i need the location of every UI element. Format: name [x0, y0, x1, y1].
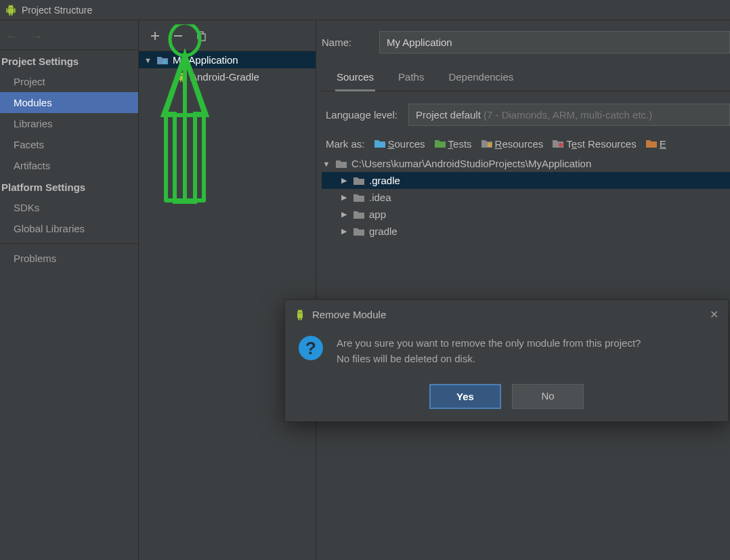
svg-point-4: [559, 143, 563, 147]
dir-label: app: [369, 209, 386, 220]
dir-item[interactable]: ▶ .idea: [322, 189, 730, 206]
dialog-message-line2: No files will be deleted on disk.: [337, 351, 641, 367]
folder-icon: [553, 139, 563, 148]
folder-icon: [335, 159, 347, 169]
module-tree-root[interactable]: ▼ My Application: [139, 51, 316, 68]
android-icon: [295, 309, 305, 320]
nav-facets[interactable]: Facets: [0, 134, 138, 155]
language-level-value: Project default: [416, 109, 481, 121]
forward-arrow-icon[interactable]: →: [30, 28, 43, 44]
expand-toggle-icon[interactable]: ▼: [322, 160, 331, 168]
android-icon: [177, 72, 186, 82]
nav-artifacts[interactable]: Artifacts: [0, 155, 138, 176]
folder-icon: [646, 139, 657, 148]
child-module-name: Android-Gradle: [190, 71, 259, 83]
language-level-select[interactable]: Project default (7 - Diamonds, ARM, mult…: [408, 104, 730, 126]
titlebar: Project Structure: [0, 0, 730, 20]
yes-button[interactable]: Yes: [429, 384, 501, 409]
question-icon: ?: [299, 336, 323, 360]
close-icon[interactable]: ✕: [710, 308, 718, 321]
name-input[interactable]: [379, 31, 730, 53]
expand-toggle-icon[interactable]: ▶: [339, 210, 349, 219]
dir-item[interactable]: ▶ gradle: [322, 223, 730, 240]
folder-icon: [353, 210, 365, 219]
nav-history: ← →: [0, 23, 138, 50]
folder-icon: [435, 139, 446, 148]
sidebar: ← → Project Settings Project Modules Lib…: [0, 20, 139, 560]
section-platform-settings: Platform Settings: [0, 176, 138, 197]
nav-problems[interactable]: Problems: [0, 248, 138, 269]
markas-label: Mark as:: [326, 138, 365, 150]
tab-sources[interactable]: Sources: [335, 67, 375, 91]
markas-excluded[interactable]: E: [646, 138, 666, 150]
markas-tests[interactable]: Tests: [435, 138, 472, 150]
back-arrow-icon[interactable]: ←: [5, 28, 19, 44]
module-name: My Application: [173, 54, 238, 66]
remove-module-dialog: Remove Module ✕ ? Are you sure you want …: [284, 299, 729, 422]
no-button[interactable]: No: [512, 384, 584, 409]
svg-rect-2: [163, 60, 167, 64]
folder-icon: [374, 139, 385, 148]
add-module-button[interactable]: [150, 30, 160, 41]
tab-paths[interactable]: Paths: [397, 67, 425, 91]
folder-icon: [156, 56, 169, 65]
name-label: Name:: [322, 37, 379, 48]
module-tree-child[interactable]: Android-Gradle: [139, 68, 316, 85]
expand-toggle-icon[interactable]: ▶: [339, 193, 349, 202]
android-icon: [5, 5, 16, 16]
directory-tree: ▼ C:\Users\kumar\AndroidStudioProjects\M…: [322, 155, 730, 240]
copy-module-button[interactable]: [196, 30, 207, 41]
dir-item[interactable]: ▶ app: [322, 206, 730, 223]
module-detail-panel: Name: Sources Paths Dependencies Languag…: [316, 20, 730, 560]
nav-libraries[interactable]: Libraries: [0, 113, 138, 134]
folder-icon: [481, 139, 492, 148]
markas-sources[interactable]: SSourcesources: [374, 138, 425, 150]
dir-label: gradle: [369, 225, 398, 237]
folder-icon: [353, 176, 365, 186]
dialog-message-line1: Are you sure you want to remove the only…: [337, 336, 641, 351]
markas-test-resources[interactable]: Test Resources: [553, 138, 636, 150]
module-list-panel: ▼ My Application Android-Gradle: [139, 20, 316, 560]
dir-label: .gradle: [369, 175, 400, 186]
nav-sdks[interactable]: SDKs: [0, 197, 138, 218]
nav-modules[interactable]: Modules: [0, 92, 138, 113]
nav-global-libraries[interactable]: Global Libraries: [0, 218, 138, 239]
dir-item[interactable]: ▶ .gradle: [322, 172, 730, 189]
section-project-settings: Project Settings: [0, 50, 138, 71]
dialog-title-text: Remove Module: [312, 309, 386, 320]
tab-dependencies[interactable]: Dependencies: [447, 67, 515, 91]
folder-icon: [353, 193, 365, 202]
language-level-hint: (7 - Diamonds, ARM, multi-catch etc.): [484, 109, 652, 121]
folder-icon: [353, 227, 365, 236]
dir-root[interactable]: ▼ C:\Users\kumar\AndroidStudioProjects\M…: [322, 155, 730, 172]
divider: [0, 243, 138, 244]
remove-module-button[interactable]: [173, 30, 184, 41]
dir-path: C:\Users\kumar\AndroidStudioProjects\MyA…: [351, 158, 591, 169]
markas-resources[interactable]: Resources: [481, 138, 544, 150]
expand-toggle-icon[interactable]: ▼: [144, 56, 152, 64]
svg-rect-3: [488, 143, 492, 147]
detail-tabs: Sources Paths Dependencies: [322, 67, 730, 91]
language-level-label: Language level:: [326, 109, 398, 121]
window-title: Project Structure: [22, 5, 92, 16]
nav-project[interactable]: Project: [0, 71, 138, 92]
expand-toggle-icon[interactable]: ▶: [339, 176, 349, 185]
dir-label: .idea: [369, 192, 391, 203]
expand-toggle-icon[interactable]: ▶: [339, 227, 349, 236]
svg-rect-1: [200, 34, 205, 41]
